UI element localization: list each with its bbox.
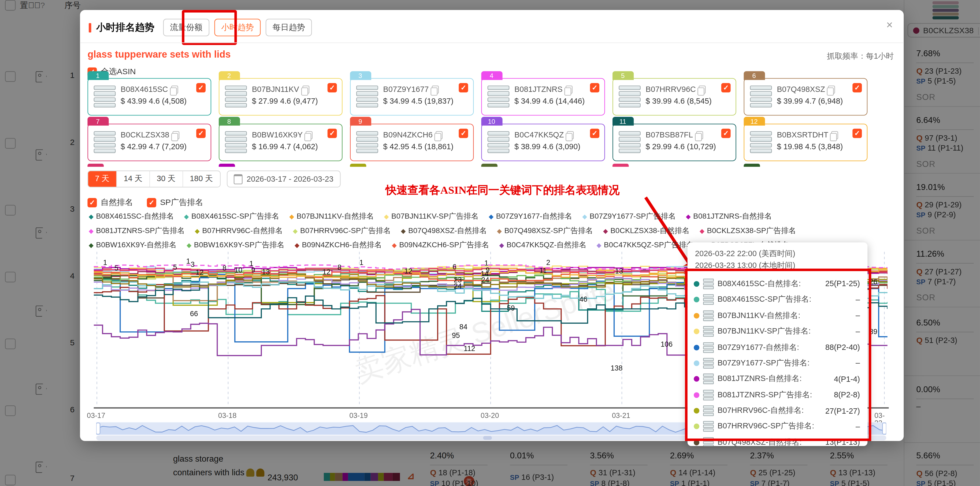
- legend-item[interactable]: ◆B07Z9Y1677-自然排名: [488, 211, 572, 222]
- asin-card-B07HRRV96C[interactable]: 5B07HRRV96C$ 39.99 4.6 (8,545)✓: [612, 78, 737, 116]
- asin-checkbox[interactable]: ✓: [328, 83, 337, 92]
- asin-card-B09N4ZKCH6[interactable]: 9B09N4ZKCH6$ 42.95 4.5 (18,861)✓: [350, 124, 474, 161]
- legend-label: B07Z9Y1677-自然排名: [496, 211, 572, 222]
- legend-item[interactable]: ◆B07HRRV96C-SP广告排名: [293, 226, 391, 236]
- thumbnail-layer: [488, 97, 509, 102]
- copy-icon[interactable]: [696, 131, 703, 139]
- copy-icon[interactable]: [566, 85, 573, 93]
- asin-checkbox[interactable]: ✓: [721, 129, 731, 138]
- rank-filter-自然排名[interactable]: ✓自然排名: [88, 197, 133, 208]
- asin-checkbox[interactable]: ✓: [721, 83, 731, 92]
- rank-filter-SP广告排名[interactable]: ✓SP广告排名: [147, 197, 204, 208]
- legend-item[interactable]: ◆B081JTZNRS-SP广告排名: [89, 226, 185, 236]
- copy-icon[interactable]: [171, 85, 178, 93]
- range-button-7天[interactable]: 7 天: [88, 171, 117, 187]
- copy-icon[interactable]: [432, 85, 439, 93]
- copy-icon[interactable]: [828, 85, 835, 93]
- legend-label: B07Q498XSZ-自然排名: [408, 226, 487, 236]
- asin-checkbox[interactable]: ✓: [196, 129, 205, 138]
- close-icon[interactable]: ×: [886, 19, 893, 32]
- legend-item[interactable]: ◆B07BJN11KV-自然排名: [289, 211, 374, 222]
- tab-每日趋势[interactable]: 每日趋势: [266, 19, 312, 36]
- brush-grip[interactable]: [483, 436, 492, 440]
- legend-item[interactable]: ◆B07Z9Y1677-SP广告排名: [582, 211, 676, 222]
- asin-label: B08X4615SC: [121, 85, 178, 94]
- legend-marker-icon: ◆: [582, 213, 587, 220]
- asin-checkbox[interactable]: ✓: [853, 129, 862, 138]
- asin-card-B08X4615SC[interactable]: 1B08X4615SC$ 43.99 4.6 (4,508)✓: [88, 78, 211, 116]
- asin-card-B081JTZNRS[interactable]: 4B081JTZNRS$ 34.99 4.6 (14,446)✓: [481, 78, 605, 116]
- asin-checkbox[interactable]: ✓: [328, 129, 337, 138]
- price-rating-label: $ 34.99 4.6 (14,446): [514, 97, 585, 106]
- next-card-strip: [744, 164, 760, 167]
- asin-checkbox[interactable]: ✓: [459, 83, 468, 92]
- legend-label: B07Q498XSZ-SP广告排名: [504, 226, 593, 236]
- asin-checkbox[interactable]: ✓: [853, 83, 862, 92]
- asin-card-B0BW16XK9Y[interactable]: 8B0BW16XK9Y$ 16.99 4.7 (4,062)✓: [219, 124, 342, 161]
- brush-handle[interactable]: [96, 423, 100, 434]
- copy-icon[interactable]: [302, 85, 309, 93]
- thumbnail-layer: [225, 97, 247, 102]
- price-rating-label: $ 29.99 4.6 (10,729): [646, 143, 716, 151]
- asin-card-B07BJN11KV[interactable]: 2B07BJN11KV$ 27.99 4.6 (9,477)✓: [219, 78, 342, 116]
- asin-checkbox[interactable]: ✓: [459, 129, 468, 138]
- modal-title: 小时排名趋势: [96, 21, 154, 34]
- legend-item[interactable]: ◆B07Q498XSZ-SP广告排名: [497, 226, 593, 236]
- rank-filter-checkbox[interactable]: ✓: [147, 198, 156, 207]
- legend-item[interactable]: ◆B0CKLZSX38-自然排名: [603, 226, 690, 236]
- legend-marker-icon: ◆: [488, 213, 493, 220]
- date-range-picker[interactable]: 2026-03-17 - 2026-03-23: [226, 171, 340, 187]
- asin-card-B0BXSRTDHT[interactable]: 12B0BXSRTDHT$ 19.98 4.5 (3,848)✓: [744, 124, 868, 161]
- asin-text: B0CKLZSX38: [121, 130, 169, 139]
- thumbnail-layer: [488, 148, 509, 153]
- point-label: 138: [611, 364, 623, 372]
- range-button-30天[interactable]: 30 天: [150, 171, 183, 187]
- point-label: 84: [460, 323, 468, 331]
- asin-card-B07BSB87FL[interactable]: 11B07BSB87FL$ 29.99 4.6 (10,729)✓: [612, 124, 737, 161]
- asin-card-number: 1: [87, 71, 108, 80]
- range-controls: 7 天14 天30 天180 天 2026-03-17 - 2026-03-23: [88, 171, 340, 187]
- asin-checkbox[interactable]: ✓: [590, 129, 599, 138]
- legend-label: B07HRRV96C-自然排名: [202, 226, 283, 236]
- thumbnail-layer: [619, 91, 641, 96]
- legend-item[interactable]: ◆B08X4615SC-SP广告排名: [184, 211, 279, 222]
- thumbnail-layer: [356, 143, 378, 147]
- thumbnail-layer: [94, 143, 116, 147]
- copy-icon[interactable]: [832, 131, 838, 139]
- product-thumbnail-icon: [619, 86, 641, 108]
- legend-item[interactable]: ◆B07Q498XSZ-自然排名: [401, 226, 487, 236]
- asin-card-B0CKLZSX38[interactable]: 7B0CKLZSX38$ 42.99 4.7 (7,209)✓: [88, 124, 211, 161]
- copy-icon[interactable]: [699, 85, 706, 93]
- brush-handle[interactable]: [883, 423, 886, 434]
- asin-checkbox[interactable]: ✓: [590, 83, 599, 92]
- copy-icon[interactable]: [172, 131, 179, 139]
- copy-icon[interactable]: [436, 131, 443, 139]
- thumbnail-layer: [488, 137, 509, 141]
- tooltip-time-us: 2026-03-22 22:00 (美西时间): [695, 248, 860, 260]
- price-rating-label: $ 34.99 4.5 (19,837): [383, 97, 453, 106]
- price-rating-label: $ 38.99 4.6 (3,090): [514, 143, 580, 151]
- legend-item[interactable]: ◆B081JTZNRS-自然排名: [686, 211, 772, 222]
- crawl-frequency: 抓取频率：每1小时: [827, 51, 894, 62]
- legend-item[interactable]: ◆B07BJN11KV-SP广告排名: [384, 211, 479, 222]
- legend-item[interactable]: ◆B07HRRV96C-自然排名: [195, 226, 283, 236]
- thumbnail-layer: [356, 86, 378, 90]
- asin-card-number: 4: [481, 71, 502, 80]
- asin-card-B0C47KK5QZ[interactable]: 10B0C47KK5QZ$ 38.99 4.6 (3,090)✓: [481, 124, 605, 161]
- legend-item[interactable]: ◆B08X4615SC-自然排名: [89, 211, 174, 222]
- title-accent-bar: [89, 23, 91, 32]
- point-label: 1: [103, 259, 107, 267]
- copy-icon[interactable]: [306, 131, 313, 139]
- range-button-14天[interactable]: 14 天: [117, 171, 150, 187]
- rank-filter-checkbox[interactable]: ✓: [88, 198, 97, 207]
- thumbnail-layer: [94, 91, 116, 96]
- product-thumbnail-icon: [225, 86, 247, 108]
- asin-checkbox[interactable]: ✓: [196, 83, 205, 92]
- asin-card-B07Z9Y1677[interactable]: 3B07Z9Y1677$ 34.99 4.5 (19,837)✓: [350, 78, 474, 116]
- copy-icon[interactable]: [567, 131, 574, 139]
- range-button-180天[interactable]: 180 天: [183, 171, 220, 187]
- point-label: 24: [481, 276, 489, 284]
- asin-card-B07Q498XSZ[interactable]: 6B07Q498XSZ$ 39.99 4.7 (6,948)✓: [744, 78, 868, 116]
- legend-item[interactable]: ◆B0CKLZSX38-SP广告排名: [700, 226, 796, 236]
- legend-label: B07BJN11KV-SP广告排名: [391, 211, 479, 222]
